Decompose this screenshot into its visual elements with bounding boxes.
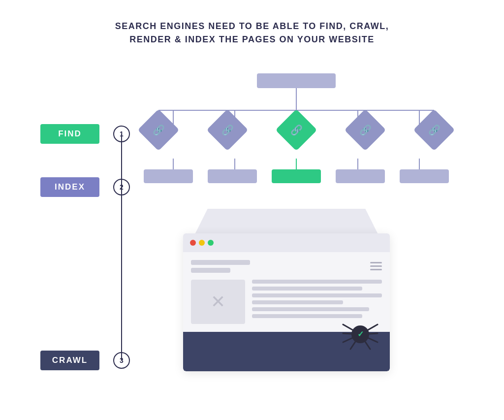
title-line-2 bbox=[191, 268, 230, 273]
link-node-4: 🔗 bbox=[345, 109, 386, 151]
ham-line-1 bbox=[370, 262, 382, 263]
browser-footer: ✓ bbox=[183, 332, 390, 371]
text-line-5 bbox=[252, 307, 369, 311]
spider: ✓ bbox=[341, 315, 380, 354]
link-node-2: 🔗 bbox=[207, 109, 249, 151]
traffic-light-yellow bbox=[199, 240, 205, 246]
page-bar-4 bbox=[336, 169, 385, 183]
link-icon-3: 🔗 bbox=[290, 124, 303, 136]
link-icon-4: 🔗 bbox=[359, 124, 372, 136]
page-bar-3-active bbox=[272, 169, 321, 183]
crawl-label: CRAWL bbox=[40, 351, 99, 370]
text-line-1 bbox=[252, 280, 382, 284]
image-placeholder: ✕ bbox=[191, 280, 245, 324]
title-line-1 bbox=[191, 260, 250, 265]
text-line-4 bbox=[252, 300, 343, 304]
traffic-light-red bbox=[190, 240, 196, 246]
text-line-3 bbox=[252, 293, 382, 297]
ham-line-2 bbox=[370, 265, 382, 267]
page-bar-2 bbox=[208, 169, 257, 183]
page-bar-5 bbox=[400, 169, 449, 183]
image-x-icon: ✕ bbox=[211, 293, 225, 311]
content-header bbox=[191, 260, 382, 273]
traffic-light-green bbox=[208, 240, 214, 246]
diagram: FIND INDEX CRAWL 1 2 3 bbox=[40, 66, 464, 401]
browser-frame: ✕ bbox=[183, 233, 390, 371]
link-node-5: 🔗 bbox=[413, 109, 455, 151]
vertical-line bbox=[121, 134, 122, 360]
link-icon-1: 🔗 bbox=[153, 124, 165, 136]
page-bar-1 bbox=[144, 169, 193, 183]
link-node-1: 🔗 bbox=[138, 109, 180, 151]
spider-body: ✓ bbox=[351, 325, 369, 343]
title-placeholder bbox=[191, 260, 250, 273]
link-nodes: 🔗 🔗 🔗 🔗 🔗 bbox=[144, 115, 449, 145]
ham-line-3 bbox=[370, 269, 382, 270]
main-container: SEARCH ENGINES NEED TO BE ABLE TO FIND, … bbox=[31, 20, 473, 401]
index-label: INDEX bbox=[40, 177, 99, 197]
page-bars bbox=[144, 169, 449, 183]
link-icon-2: 🔗 bbox=[221, 124, 234, 136]
browser-titlebar bbox=[183, 233, 390, 252]
link-node-3-active: 🔗 bbox=[276, 109, 317, 151]
hamburger-menu-icon bbox=[370, 262, 382, 270]
find-label: FIND bbox=[40, 124, 99, 144]
text-line-2 bbox=[252, 287, 362, 291]
spider-check-icon: ✓ bbox=[357, 329, 364, 339]
page-title: SEARCH ENGINES NEED TO BE ABLE TO FIND, … bbox=[115, 20, 389, 46]
link-icon-5: 🔗 bbox=[428, 124, 441, 136]
browser-window: ✕ bbox=[183, 209, 390, 396]
